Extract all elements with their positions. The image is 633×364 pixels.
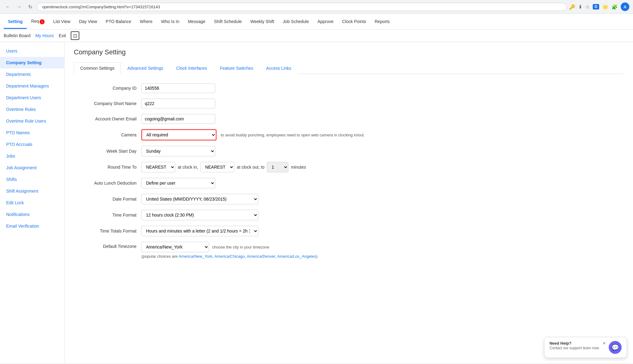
camera-row: Camera All required Optional Disabled to… [74,129,381,140]
date-format-label: Date Format [74,197,141,202]
company-short-name-input[interactable] [141,99,215,108]
round-time-row: Round Time To NEAREST UP DOWN at clock i… [74,162,381,172]
sidebar-item-pto-names[interactable]: PTO Names [0,127,64,139]
sidebar-item-department-managers[interactable]: Department Managers [0,80,64,92]
sidebar-item-shifts[interactable]: Shifts [0,174,64,185]
chat-close-button[interactable]: × [603,341,606,346]
round-in-text: at clock in, [178,165,198,170]
user-avatar[interactable]: A [621,2,629,11]
request-badge: 1 [40,19,45,24]
nav-item-approve[interactable]: Approve [313,14,338,29]
timezone-label: Default Timezone [74,242,141,249]
address-bar[interactable] [37,3,567,11]
week-start-day-row: Week Start Day Sunday Monday Tuesday Wed… [74,146,381,156]
nav-item-list-view[interactable]: List View [49,14,75,29]
time-format-row: Time Format 12 hours clock (2:30 PM) 24 … [74,210,381,220]
my-hours-link[interactable]: My Hours [35,32,54,39]
tz-link-new-york[interactable]: America/New_York [179,254,212,259]
timezone-select[interactable]: America/New_York America/Chicago America… [141,242,209,252]
round-out-text: at clock out, to [237,165,264,170]
nav-item-pto-balance[interactable]: PTO Balance [101,14,136,29]
refresh-button[interactable]: ↻ [26,2,34,11]
forward-button[interactable]: → [15,2,23,11]
tab-feature-switches[interactable]: Feature Switches [213,62,259,74]
sidebar-item-shift-assignment[interactable]: Shift Assignment [0,185,64,197]
download-icon[interactable]: ⬇ [578,4,582,10]
sidebar-item-overtime-rules[interactable]: Overtime Rules [0,104,64,115]
timezone-row: Default Timezone America/New_York Americ… [74,242,381,259]
sidebar-item-pto-accruals[interactable]: PTO Accruals [0,139,64,150]
account-owner-email-input[interactable] [141,114,215,124]
round-minutes-select[interactable]: 1 5 10 15 30 [267,162,288,172]
tz-link-denver[interactable]: America/Denver [247,254,275,259]
company-id-label: Company ID [74,86,141,91]
camera-hint: to avoid buddy punching, employees need … [221,133,365,137]
settings-tabs: Common Settings Advanced Settings Clock … [74,62,624,74]
sidebar-item-job-assignment[interactable]: Job Assignment [0,162,64,174]
round-in-select[interactable]: NEAREST UP DOWN [141,162,175,172]
tab-access-links[interactable]: Access Links [260,62,298,74]
company-short-name-row: Company Short Name [74,99,381,108]
nav-item-job-schedule[interactable]: Job Schedule [279,14,313,29]
tab-advanced-settings[interactable]: Advanced Settings [121,62,170,74]
nav-item-clock-points[interactable]: Clock Points [338,14,370,29]
bulletin-board-link[interactable]: Bulletin Board [4,32,30,39]
sidebar-item-notifications[interactable]: Notifications [0,209,64,220]
timezone-popular-prefix: (popular choices are [141,254,179,259]
timezone-select-row: America/New_York America/Chicago America… [141,242,318,252]
star-icon[interactable]: ☆ [585,4,590,10]
sidebar-item-company-setting[interactable]: Company Setting [0,57,64,68]
chat-subtitle: Contact our support team now. [549,346,599,350]
nav-item-where[interactable]: Where [136,14,157,29]
extension-icon-sun[interactable]: 🌟 [602,4,608,10]
chat-avatar[interactable]: 💬 [609,341,622,354]
nav-item-setting[interactable]: Setting [4,14,27,29]
nav-item-request[interactable]: Req1 [27,14,49,29]
tz-link-chicago[interactable]: America/Chicago [214,254,245,259]
timezone-popular-suffix: ) [316,254,317,259]
extension-icon-puzzle[interactable]: 🧩 [611,4,618,10]
tz-link-los-angeles[interactable]: America/Los_Angeles [277,254,316,259]
time-totals-label: Time Totals Format [74,229,141,233]
time-totals-select[interactable]: Hours and minutes with a letter (2 and 1… [141,226,258,236]
sidebar-item-jobs[interactable]: Jobs [0,150,64,162]
timezone-popular-links: (popular choices are America/New_York, A… [141,254,318,259]
exit-link[interactable]: Exit [59,32,66,39]
sidebar-item-email-verification[interactable]: Email Verification [0,220,64,232]
sidebar-item-department-users[interactable]: Department Users [0,92,64,104]
nav-item-day-view[interactable]: Day View [75,14,101,29]
nav-item-message[interactable]: Message [184,14,210,29]
sidebar-item-users[interactable]: Users [0,45,64,57]
sidebar-item-overtime-rule-users[interactable]: Overtime Rule Users [0,115,64,127]
tab-common-settings[interactable]: Common Settings [74,62,121,74]
auto-lunch-row: Auto Lunch Deduction Define per user No … [74,178,381,188]
browser-toolbar: 🔑 ⬇ ☆ D 🌟 🧩 A [569,2,629,11]
back-button[interactable]: ← [4,2,12,11]
camera-select[interactable]: All required Optional Disabled [142,130,216,140]
week-start-day-label: Week Start Day [74,149,141,154]
nav-item-weekly-shift[interactable]: Weekly Shift [246,14,279,29]
tab-clock-interfaces[interactable]: Clock Interfaces [170,62,213,74]
nav-item-who-is-in[interactable]: Who Is In [157,14,184,29]
auto-lunch-select[interactable]: Define per user No auto deduction 30 min… [141,178,215,188]
company-id-row: Company ID [74,83,381,93]
nav-item-shift-schedule[interactable]: Shift Schedule [210,14,246,29]
round-out-select[interactable]: NEAREST UP DOWN [200,162,234,172]
chat-text: Need Help? Contact our support team now. [549,341,599,350]
nav-item-reports[interactable]: Reports [370,14,394,29]
round-time-label: Round Time To [74,165,141,170]
account-owner-email-row: Account Owner Email [74,114,381,124]
time-format-select[interactable]: 12 hours clock (2:30 PM) 24 hours clock … [141,210,258,220]
clock-interface-icon[interactable]: ⊡ [71,31,79,40]
company-short-name-label: Company Short Name [74,101,141,106]
sidebar-item-departments[interactable]: Departments [0,68,64,80]
secondary-navigation: Bulletin Board My Hours Exit ⊡ [0,29,633,42]
sidebar-item-edit-lock[interactable]: Edit Lock [0,197,64,209]
date-format-select[interactable]: United States (MM/DD/YYYY, 08/23/2015) I… [141,194,258,204]
company-id-input[interactable] [141,83,215,93]
extension-icon-d[interactable]: D [593,4,599,10]
key-icon[interactable]: 🔑 [569,4,575,10]
date-format-row: Date Format United States (MM/DD/YYYY, 0… [74,194,381,204]
chat-widget: Need Help? Contact our support team now.… [544,337,627,358]
week-start-day-select[interactable]: Sunday Monday Tuesday Wednesday Thursday… [141,146,215,156]
